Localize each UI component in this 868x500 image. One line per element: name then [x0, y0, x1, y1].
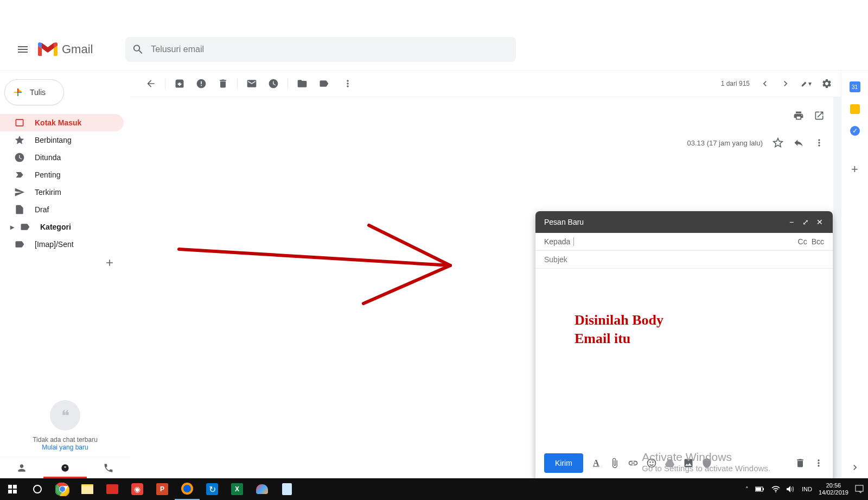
app-icon-2[interactable]: ◉	[125, 478, 150, 500]
more-msg-icon[interactable]	[814, 137, 825, 148]
prev-icon[interactable]	[760, 78, 770, 89]
volume-icon[interactable]	[787, 485, 795, 493]
back-icon[interactable]	[145, 78, 156, 89]
sidebar-item-starred[interactable]: Berbintang	[0, 131, 124, 149]
language-indicator[interactable]: IND	[802, 486, 812, 492]
more-icon[interactable]	[342, 78, 353, 89]
clock[interactable]: 20:56 14/02/2019	[819, 482, 848, 496]
print-icon[interactable]	[793, 110, 804, 121]
compose-header[interactable]: Pesan Baru − ⤢ ✕	[535, 211, 833, 233]
firefox-icon[interactable]	[175, 478, 200, 500]
sidebar-label: Draf	[35, 205, 49, 214]
svg-rect-3	[14, 92, 17, 93]
svg-text:❞: ❞	[64, 465, 66, 471]
format-icon[interactable]: A	[591, 458, 602, 469]
hangouts-tab[interactable]: ❞	[43, 457, 87, 478]
reply-icon[interactable]	[793, 137, 804, 148]
sidebar-item-inbox[interactable]: Kotak Masuk	[0, 114, 124, 131]
app-icon-1[interactable]	[100, 478, 125, 500]
menu-icon[interactable]	[10, 36, 36, 62]
input-tools-icon[interactable]: ▾	[801, 78, 812, 89]
excel-icon[interactable]: X	[225, 478, 250, 500]
wifi-icon[interactable]	[771, 486, 780, 492]
sidebar-item-snoozed[interactable]: Ditunda	[0, 149, 124, 166]
search-box[interactable]	[125, 37, 516, 62]
svg-rect-16	[13, 490, 17, 493]
bcc-link[interactable]: Bcc	[812, 237, 824, 246]
addons-plus-icon[interactable]: +	[850, 164, 860, 175]
sidebar-item-categories[interactable]: ▸ Kategori	[0, 218, 124, 236]
notifications-icon[interactable]	[855, 485, 864, 493]
svg-point-27	[775, 491, 776, 492]
star-icon	[14, 135, 25, 145]
discard-icon[interactable]	[795, 458, 806, 469]
delete-icon[interactable]	[218, 78, 228, 89]
add-label-button[interactable]	[0, 257, 130, 268]
to-input[interactable]	[573, 237, 797, 246]
compose-to-field[interactable]: Kepada Cc Bcc	[535, 233, 833, 251]
compose-body[interactable]: Disinilah Body Email itu	[535, 269, 833, 448]
confidential-icon[interactable]	[701, 458, 712, 469]
paint-icon[interactable]	[250, 478, 275, 500]
sidebar-item-important[interactable]: Penting	[0, 166, 124, 183]
markunread-icon[interactable]	[246, 78, 257, 89]
snooze-icon[interactable]	[268, 78, 279, 89]
side-collapse-icon[interactable]	[850, 462, 860, 473]
compose-subject-field[interactable]	[535, 251, 833, 269]
fullscreen-icon[interactable]: ⤢	[801, 218, 810, 226]
svg-line-9	[363, 265, 450, 303]
explorer-icon[interactable]	[75, 478, 100, 500]
svg-rect-2	[17, 93, 18, 96]
drive-icon[interactable]	[665, 458, 675, 469]
link-icon[interactable]	[628, 458, 639, 469]
labels-icon[interactable]	[318, 78, 329, 89]
scrollbar[interactable]	[833, 97, 841, 478]
chrome-icon[interactable]	[50, 478, 75, 500]
more-options-icon[interactable]	[813, 458, 824, 469]
search-icon	[132, 43, 144, 56]
app-icon-3[interactable]: ↻	[200, 478, 225, 500]
battery-icon[interactable]	[755, 486, 765, 492]
contacts-tab[interactable]	[0, 457, 43, 478]
settings-icon[interactable]	[821, 78, 832, 89]
side-panel: 31 ✓ +	[841, 71, 868, 478]
cortana-icon[interactable]	[25, 478, 50, 500]
popout-icon[interactable]	[814, 110, 825, 121]
gmail-logo[interactable]: Gmail	[38, 42, 93, 57]
moveto-icon[interactable]	[297, 78, 308, 89]
cc-link[interactable]: Cc	[798, 237, 807, 246]
keep-icon[interactable]	[850, 104, 860, 114]
archive-icon[interactable]	[174, 78, 185, 89]
svg-rect-13	[8, 485, 12, 489]
sidebar-item-drafts[interactable]: Draf	[0, 201, 124, 218]
svg-point-12	[652, 461, 654, 463]
hangouts-new-link[interactable]: Mulai yang baru	[0, 444, 130, 451]
spam-icon[interactable]	[196, 78, 207, 89]
attach-icon[interactable]	[609, 458, 620, 469]
star-msg-icon[interactable]	[773, 137, 783, 148]
calendar-icon[interactable]: 31	[850, 81, 860, 92]
send-button[interactable]: Kirim	[544, 453, 583, 473]
emoji-icon[interactable]	[646, 458, 657, 469]
start-icon[interactable]	[0, 478, 25, 500]
sidebar-label: Penting	[35, 170, 60, 179]
next-icon[interactable]	[780, 78, 791, 89]
tasks-icon[interactable]: ✓	[850, 126, 860, 136]
subject-input[interactable]	[544, 255, 824, 264]
powerpoint-icon[interactable]: P	[150, 478, 175, 500]
tray-up-icon[interactable]: ˄	[745, 486, 749, 493]
search-input[interactable]	[151, 45, 509, 54]
compose-button[interactable]: Tulis	[4, 79, 64, 105]
photo-icon[interactable]	[683, 458, 694, 469]
svg-rect-15	[8, 490, 12, 493]
minimize-icon[interactable]: −	[787, 218, 796, 226]
sidebar-label: Ditunda	[35, 153, 61, 162]
phone-tab[interactable]	[87, 457, 130, 478]
notepad-icon[interactable]	[275, 478, 299, 500]
to-label: Kepada	[544, 237, 570, 246]
close-icon[interactable]: ✕	[815, 218, 824, 226]
sidebar-item-imap-sent[interactable]: [Imap]/Sent	[0, 236, 124, 253]
sidebar-item-sent[interactable]: Terkirim	[0, 183, 124, 201]
svg-point-11	[649, 461, 651, 463]
compose-footer: Kirim A	[535, 448, 833, 478]
